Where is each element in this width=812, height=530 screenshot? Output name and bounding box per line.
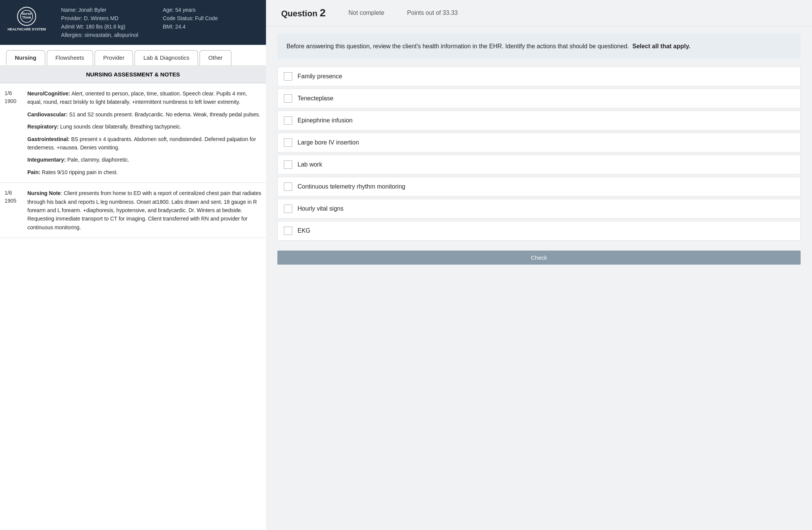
option-label: Epinephrine infusion (298, 117, 353, 124)
logo-area: Nurse Think HEALTHCARE SYSTEM (8, 7, 46, 32)
option-label: Hourly vital signs (298, 205, 343, 212)
age-label: Age: (163, 7, 174, 13)
question-body: Before answering this question, review t… (277, 34, 801, 59)
checkbox-large-bore-iv[interactable] (284, 138, 292, 147)
option-lab-work[interactable]: Lab work (277, 155, 801, 175)
provider-value: D. Winters MD (84, 15, 119, 21)
patient-name-row: Name: Jonah Byler (61, 7, 155, 13)
nurse-think-logo: Nurse Think (17, 7, 36, 26)
checkbox-epinephrine-infusion[interactable] (284, 116, 292, 125)
question-number: Question 2 (281, 7, 326, 19)
name-label: Name: (61, 7, 77, 13)
question-label: Question (281, 9, 317, 18)
option-epinephrine-infusion[interactable]: Epinephrine infusion (277, 111, 801, 130)
tab-provider[interactable]: Provider (95, 50, 133, 65)
tab-nursing[interactable]: Nursing (6, 50, 45, 65)
notes-1905: Nursing Note: Client presents from home … (27, 189, 261, 232)
option-family-presence[interactable]: Family presence (277, 67, 801, 86)
notes-1900: Neuro/Cognitive: Alert, oriented to pers… (27, 89, 261, 176)
question-num-value: 2 (320, 7, 326, 19)
option-label: Lab work (298, 161, 322, 168)
age-value: 54 years (175, 7, 196, 13)
option-hourly-vitals[interactable]: Hourly vital signs (277, 199, 801, 219)
logo-subtitle: HEALTHCARE SYSTEM (8, 27, 46, 32)
table-row: 1/61905 Nursing Note: Client presents fr… (0, 183, 266, 238)
tabs-bar: Nursing Flowsheets Provider Lab & Diagno… (0, 45, 266, 66)
table-row: 1/61900 Neuro/Cognitive: Alert, oriented… (0, 83, 266, 183)
option-telemetry[interactable]: Continuous telemetry rhythm monitoring (277, 177, 801, 197)
checkbox-hourly-vitals[interactable] (284, 205, 292, 213)
patient-provider-row: Provider: D. Winters MD (61, 15, 155, 21)
left-panel: Nurse Think HEALTHCARE SYSTEM Name: Jona… (0, 0, 266, 530)
option-label: Tenecteplase (298, 95, 333, 102)
patient-info: Name: Jonah Byler Age: 54 years Provider… (61, 7, 257, 38)
svg-text:Think: Think (22, 16, 32, 19)
checkbox-ekg[interactable] (284, 227, 292, 235)
option-label: Family presence (298, 73, 342, 80)
question-status: Not complete (348, 10, 384, 16)
time-1900: 1/61900 (5, 89, 27, 176)
code-status-label: Code Status: (163, 15, 193, 21)
question-body-bold: Select all that apply. (632, 43, 690, 49)
option-tenecteplase[interactable]: Tenecteplase (277, 89, 801, 108)
allergies-label: Allergies: (61, 32, 83, 38)
patient-bmi-row: BMI: 24.4 (163, 24, 257, 30)
checkbox-family-presence[interactable] (284, 72, 292, 81)
admit-wt-value: 180 lbs (81.6 kg) (85, 24, 125, 30)
checkbox-lab-work[interactable] (284, 160, 292, 169)
patient-header: Nurse Think HEALTHCARE SYSTEM Name: Jona… (0, 0, 266, 45)
question-body-text: Before answering this question, review t… (286, 43, 629, 49)
bmi-label: BMI: (163, 24, 174, 30)
checkbox-telemetry[interactable] (284, 182, 292, 191)
patient-age-row: Age: 54 years (163, 7, 257, 13)
bmi-value: 24.4 (175, 24, 185, 30)
name-value: Jonah Byler (78, 7, 106, 13)
allergies-value: simvastatin, allopurinol (84, 32, 138, 38)
patient-admit-wt-row: Admit Wt: 180 lbs (81.6 kg) (61, 24, 155, 30)
checkbox-tenecteplase[interactable] (284, 94, 292, 103)
option-label: EKG (298, 227, 310, 234)
patient-code-status-row: Code Status: Full Code (163, 15, 257, 21)
nursing-table: NURSING ASSESSMENT & NOTES 1/61900 Neuro… (0, 66, 266, 530)
nursing-table-header: NURSING ASSESSMENT & NOTES (0, 66, 266, 83)
question-points: Points out of 33.33 (407, 10, 457, 16)
options-list: Family presence Tenecteplase Epinephrine… (266, 63, 812, 244)
tab-lab-diagnostics[interactable]: Lab & Diagnostics (135, 50, 198, 65)
tab-flowsheets[interactable]: Flowsheets (47, 50, 93, 65)
code-status-value: Full Code (195, 15, 218, 21)
option-ekg[interactable]: EKG (277, 221, 801, 241)
option-label: Continuous telemetry rhythm monitoring (298, 183, 405, 190)
option-label: Large bore IV insertion (298, 139, 359, 146)
time-1905: 1/61905 (5, 189, 27, 232)
question-header: Question 2 Not complete Points out of 33… (266, 0, 812, 26)
patient-allergies-row: Allergies: simvastatin, allopurinol (61, 32, 257, 38)
admit-wt-label: Admit Wt: (61, 24, 84, 30)
check-button[interactable]: Check (277, 251, 801, 265)
provider-label: Provider: (61, 15, 82, 21)
svg-text:Nurse: Nurse (22, 12, 32, 16)
option-large-bore-iv[interactable]: Large bore IV insertion (277, 133, 801, 152)
right-panel: Question 2 Not complete Points out of 33… (266, 0, 812, 530)
tab-other[interactable]: Other (199, 50, 231, 65)
